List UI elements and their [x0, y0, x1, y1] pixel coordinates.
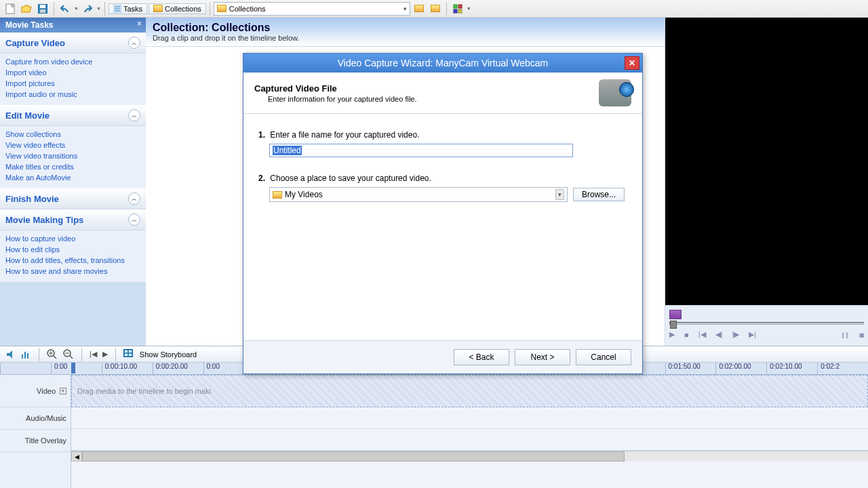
zoom-out-icon[interactable] [63, 349, 74, 360]
new-folder-icon[interactable] [428, 1, 443, 16]
step-number: 1. [258, 130, 268, 140]
capture-section-header[interactable]: Capture Video︿ [0, 33, 146, 54]
zoom-in-icon[interactable] [47, 349, 58, 360]
audio-track[interactable] [71, 407, 868, 429]
open-icon[interactable] [19, 1, 34, 16]
next-button[interactable]: Next > [515, 349, 570, 365]
playhead-marker[interactable] [71, 363, 75, 373]
sidebar-item-video-transitions[interactable]: View video transitions [5, 150, 146, 161]
svg-rect-15 [125, 350, 127, 352]
narrate-icon[interactable] [4, 349, 15, 360]
track-label-video: Video + [0, 375, 71, 407]
svg-rect-6 [458, 5, 462, 8]
play-timeline-icon[interactable]: ▶ [102, 350, 108, 359]
svg-rect-18 [129, 354, 132, 356]
track-label-audio: Audio/Music [0, 407, 71, 430]
prev-icon[interactable]: |◀ [698, 330, 706, 339]
split-clip-icon[interactable]: ⫿⫿ [842, 331, 850, 339]
ruler-tick: 0:02:2 [817, 363, 868, 374]
split-icon[interactable] [669, 310, 682, 319]
sidebar-item-tip-save[interactable]: How to save and share movies [5, 266, 146, 277]
sidebar-item-tip-capture[interactable]: How to capture video [5, 233, 146, 244]
collections-label: Collections [165, 5, 201, 13]
svg-rect-2 [40, 5, 45, 8]
edit-section-header[interactable]: Edit Movie︿ [0, 105, 146, 126]
sidebar-item-capture-device[interactable]: Capture from video device [5, 56, 146, 67]
undo-icon[interactable] [58, 1, 73, 16]
sidebar-item-import-video[interactable]: Import video [5, 67, 146, 78]
finish-section-header[interactable]: Finish Movie︿ [0, 188, 146, 209]
svg-rect-5 [454, 5, 457, 8]
seek-slider[interactable] [669, 322, 864, 325]
next-icon[interactable]: ▶| [749, 330, 756, 339]
collections-button[interactable]: Collections [149, 3, 206, 14]
svg-rect-7 [454, 9, 457, 13]
sidebar-item-import-audio[interactable]: Import audio or music [5, 89, 146, 100]
audio-levels-icon[interactable] [20, 349, 31, 360]
new-icon[interactable] [3, 1, 18, 16]
video-track[interactable]: Drag media to the timeline to begin maki [71, 375, 868, 407]
snapshot-icon[interactable]: ◙ [859, 331, 864, 339]
up-folder-icon[interactable] [412, 1, 427, 16]
sidebar-item-automovie[interactable]: Make an AutoMovie [5, 172, 146, 183]
sidebar-header: Movie Tasks× [0, 18, 146, 33]
sidebar-item-tip-titles[interactable]: How to add titles, effects, transitions [5, 255, 146, 266]
sidebar-item-show-collections[interactable]: Show collections [5, 129, 146, 140]
preview-screen [665, 18, 868, 305]
step-back-icon[interactable]: ◀| [715, 330, 723, 339]
chevron-up-icon: ︿ [128, 109, 140, 121]
svg-rect-14 [123, 349, 133, 357]
svg-rect-10 [24, 352, 26, 359]
title-track[interactable] [71, 429, 868, 451]
tasks-label: Tasks [123, 5, 142, 13]
ruler-tick: 0:00:20.00 [153, 363, 203, 374]
sidebar-item-titles-credits[interactable]: Make titles or credits [5, 161, 146, 172]
wizard-heading: Captured Video File [254, 83, 599, 94]
step-number: 2. [258, 174, 268, 183]
sidebar-item-video-effects[interactable]: View video effects [5, 140, 146, 150]
stop-icon[interactable]: ■ [684, 331, 689, 339]
back-button[interactable]: < Back [454, 349, 509, 365]
cancel-button[interactable]: Cancel [576, 349, 631, 365]
camera-icon [599, 79, 631, 106]
filename-input[interactable]: Untitled [269, 144, 573, 157]
svg-rect-9 [22, 354, 23, 359]
folder-icon [217, 5, 226, 12]
redo-icon[interactable] [80, 1, 95, 16]
wizard-subheading: Enter information for your captured vide… [268, 95, 599, 103]
close-button[interactable]: ✕ [625, 56, 639, 70]
track-label-title: Title Overlay [0, 430, 71, 452]
collection-title: Collection: Collections [153, 22, 658, 34]
timeline-hint: Drag media to the timeline to begin maki [77, 387, 211, 395]
storyboard-button[interactable]: Show Storyboard [140, 350, 197, 359]
filename-value: Untitled [273, 146, 302, 155]
save-icon[interactable] [35, 1, 50, 16]
chevron-up-icon: ︿ [128, 37, 140, 49]
timeline-scrollbar[interactable]: ◀ [71, 451, 868, 462]
sidebar-item-import-pictures[interactable]: Import pictures [5, 78, 146, 89]
svg-rect-8 [458, 9, 462, 13]
collections-combo[interactable]: Collections [214, 2, 410, 16]
ruler-tick: 0:02:00.00 [715, 363, 766, 374]
tips-section-header[interactable]: Movie Making Tips︿ [0, 209, 146, 230]
ruler-tick: 0:00 [51, 363, 102, 374]
save-location-combo[interactable]: My Videos [269, 187, 568, 202]
rewind-icon[interactable]: |◀ [90, 350, 97, 359]
sidebar-item-tip-edit[interactable]: How to edit clips [5, 244, 146, 255]
play-icon[interactable]: ▶ [669, 330, 675, 339]
expand-icon[interactable]: + [60, 388, 66, 394]
svg-rect-16 [129, 350, 132, 352]
close-icon[interactable]: × [137, 19, 142, 28]
tasks-button[interactable]: Tasks [108, 3, 147, 14]
dialog-titlebar[interactable]: Video Capture Wizard: ManyCam Virtual We… [243, 54, 642, 73]
task-sidebar: Movie Tasks× Capture Video︿ Capture from… [0, 18, 146, 346]
ruler-tick: 0:02:10.00 [766, 363, 817, 374]
ruler-tick: 0:00:10.00 [102, 363, 153, 374]
step-fwd-icon[interactable]: |▶ [732, 330, 739, 339]
view-icon[interactable] [450, 1, 465, 16]
svg-rect-17 [125, 354, 127, 356]
browse-button[interactable]: Browse... [573, 188, 625, 201]
collection-subtitle: Drag a clip and drop it on the timeline … [153, 34, 658, 42]
svg-rect-11 [27, 353, 28, 359]
preview-pane: ▶ ■ |◀ ◀| |▶ ▶| ⫿⫿ ◙ [665, 18, 868, 346]
